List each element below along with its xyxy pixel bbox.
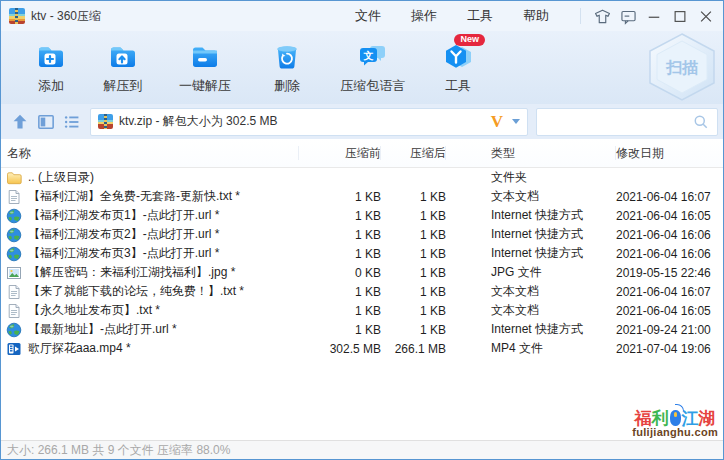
file-name: 歌厅探花aaa.mp4 * <box>28 340 131 357</box>
globe-icon <box>6 208 22 224</box>
close-icon[interactable] <box>693 4 719 28</box>
header-size-after[interactable]: 压缩后 <box>381 139 446 167</box>
size-after: 1 KB <box>381 228 446 242</box>
toolbar-folder-add-button[interactable]: 添加 <box>15 38 87 95</box>
size-after: 1 KB <box>381 190 446 204</box>
file-row[interactable]: 【福利江湖发布页1】-点此打开.url *1 KB1 KBInternet 快捷… <box>1 206 723 225</box>
address-dropdown-icon[interactable] <box>512 119 520 124</box>
file-type: 文件夹 <box>446 169 616 186</box>
size-before: 0 KB <box>299 266 381 280</box>
feedback-icon[interactable] <box>615 4 641 28</box>
status-text: 大小: 266.1 MB 共 9 个文件 压缩率 88.0% <box>7 442 230 459</box>
size-before: 1 KB <box>299 304 381 318</box>
status-bar: 大小: 266.1 MB 共 9 个文件 压缩率 88.0% <box>1 440 723 459</box>
file-type: MP4 文件 <box>446 340 616 357</box>
file-date: 2019-05-15 22:46 <box>616 266 721 280</box>
globe-icon <box>6 227 22 243</box>
file-type: Internet 快捷方式 <box>446 321 616 338</box>
size-after: 1 KB <box>381 323 446 337</box>
file-name: 【福利江湖发布页2】-点此打开.url * <box>28 226 219 243</box>
toolbar: 添加解压到一键解压删除文压缩包语言工具New 扫描 <box>1 31 723 104</box>
preview-pane-icon[interactable] <box>33 109 59 135</box>
folder-extract-to-icon <box>106 40 140 74</box>
maximize-icon[interactable] <box>667 4 693 28</box>
header-name[interactable]: 名称 <box>1 139 299 167</box>
size-before: 302.5 MB <box>299 342 381 356</box>
size-before: 1 KB <box>299 285 381 299</box>
header-size-before[interactable]: 压缩前 <box>299 139 381 167</box>
list-view-icon[interactable] <box>59 109 85 135</box>
toolbar-tools-hexagon-button[interactable]: 工具New <box>423 38 493 95</box>
file-row[interactable]: 【福利江湖】全免费-无套路-更新快.txt *1 KB1 KB文本文档2021-… <box>1 187 723 206</box>
size-before: 1 KB <box>299 228 381 242</box>
file-row[interactable]: .. (上级目录)文件夹 <box>1 168 723 187</box>
size-before: 1 KB <box>299 247 381 261</box>
watermark-domain: fulijianghu.com <box>632 427 718 439</box>
file-list: .. (上级目录)文件夹【福利江湖】全免费-无套路-更新快.txt *1 KB1… <box>1 168 723 440</box>
size-after: 1 KB <box>381 266 446 280</box>
svg-text:文: 文 <box>363 50 374 61</box>
toolbar-folder-one-click-extract-button[interactable]: 一键解压 <box>159 38 251 95</box>
file-row[interactable]: 【永久地址发布页】.txt *1 KB1 KB文本文档2021-06-04 16… <box>1 301 723 320</box>
size-after: 1 KB <box>381 247 446 261</box>
file-date: 2021-06-04 16:07 <box>616 285 721 299</box>
folder-add-icon <box>34 40 68 74</box>
file-type: Internet 快捷方式 <box>446 245 616 262</box>
size-after: 1 KB <box>381 304 446 318</box>
file-type: Internet 快捷方式 <box>446 207 616 224</box>
search-input[interactable] <box>536 108 718 136</box>
vip-v-mark[interactable]: V <box>491 113 503 130</box>
globe-icon <box>6 322 22 338</box>
toolbar-language-bubble-button[interactable]: 文压缩包语言 <box>323 38 423 95</box>
skin-shirt-icon[interactable] <box>589 4 615 28</box>
file-row[interactable]: 【福利江湖发布页3】-点此打开.url *1 KB1 KBInternet 快捷… <box>1 244 723 263</box>
file-row[interactable]: 【最新地址】-点此打开.url *1 KB1 KBInternet 快捷方式20… <box>1 320 723 339</box>
file-row[interactable]: 歌厅探花aaa.mp4 *302.5 MB266.1 MBMP4 文件2021-… <box>1 339 723 358</box>
file-name: 【福利江湖发布页3】-点此打开.url * <box>28 245 219 262</box>
trash-recycle-icon <box>270 40 304 74</box>
size-after: 266.1 MB <box>381 342 446 356</box>
minimize-icon[interactable] <box>641 4 667 28</box>
text-file-icon <box>6 189 22 205</box>
header-date[interactable]: 修改日期 <box>616 139 721 167</box>
toolbar-folder-extract-to-button[interactable]: 解压到 <box>87 38 159 95</box>
titlebar-divider <box>580 8 581 24</box>
zip-file-icon <box>98 114 113 129</box>
file-name: 【福利江湖发布页1】-点此打开.url * <box>28 207 219 224</box>
file-date: 2021-07-04 19:06 <box>616 342 721 356</box>
toolbar-button-label: 一键解压 <box>179 77 231 95</box>
menu-help[interactable]: 帮助 <box>508 2 564 30</box>
header-type[interactable]: 类型 <box>446 139 616 167</box>
address-input[interactable]: ktv.zip - 解包大小为 302.5 MB V <box>90 108 528 136</box>
address-bar: ktv.zip - 解包大小为 302.5 MB V <box>1 104 723 139</box>
menu-file[interactable]: 文件 <box>340 2 396 30</box>
file-row[interactable]: 【来了就能下载的论坛，纯免费！】.txt *1 KB1 KB文本文档2021-0… <box>1 282 723 301</box>
menu-operations[interactable]: 操作 <box>396 2 452 30</box>
size-after: 1 KB <box>381 209 446 223</box>
file-row[interactable]: 【福利江湖发布页2】-点此打开.url *1 KB1 KBInternet 快捷… <box>1 225 723 244</box>
titlebar-controls <box>580 4 723 28</box>
list-header: 名称 压缩前 压缩后 类型 修改日期 <box>1 139 723 168</box>
up-level-icon[interactable] <box>7 109 33 135</box>
app-zip-icon <box>9 8 25 24</box>
file-type: JPG 文件 <box>446 264 616 281</box>
file-date: 2021-09-24 21:00 <box>616 323 721 337</box>
file-name: 【永久地址发布页】.txt * <box>28 302 160 319</box>
folder-one-click-extract-icon <box>188 40 222 74</box>
language-bubble-icon: 文 <box>356 40 390 74</box>
app-window: ktv - 360压缩 文件 操作 工具 帮助 <box>0 0 724 460</box>
menu-tools[interactable]: 工具 <box>452 2 508 30</box>
file-date: 2021-06-04 16:06 <box>616 228 721 242</box>
toolbar-trash-recycle-button[interactable]: 删除 <box>251 38 323 95</box>
video-file-icon <box>6 341 22 357</box>
toolbar-button-label: 工具 <box>445 77 471 95</box>
file-type: Internet 快捷方式 <box>446 226 616 243</box>
folder-icon <box>6 170 22 186</box>
text-file-icon <box>6 284 22 300</box>
scan-button[interactable]: 扫描 <box>643 32 721 102</box>
file-row[interactable]: 【解压密码：来福利江湖找福利】.jpg *0 KB1 KBJPG 文件2019-… <box>1 263 723 282</box>
file-date: 2021-06-04 16:07 <box>616 190 721 204</box>
file-name: 【来了就能下载的论坛，纯免费！】.txt * <box>28 283 244 300</box>
file-date: 2021-06-04 16:06 <box>616 247 721 261</box>
scan-label-text: 扫描 <box>665 59 698 76</box>
